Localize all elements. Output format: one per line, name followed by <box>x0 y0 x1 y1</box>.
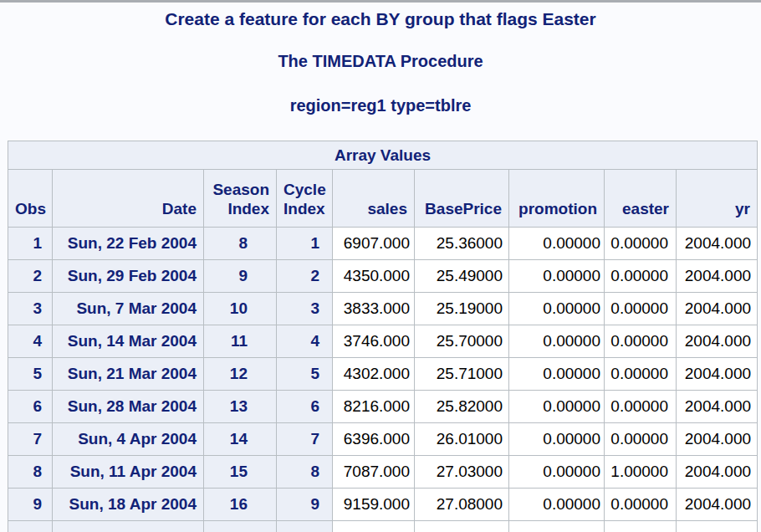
cell-date: Sun, 22 Feb 2004 <box>53 228 204 260</box>
cell-obs: 2 <box>8 260 53 293</box>
cell-cycle-index: 8 <box>277 456 333 489</box>
cell-empty <box>53 521 204 532</box>
cell-empty <box>333 521 415 532</box>
cell-obs: 1 <box>8 228 53 260</box>
cell-empty <box>509 521 605 532</box>
cell-yr: 2004.000 <box>677 293 758 325</box>
table-caption: Array Values <box>8 141 758 170</box>
table-row: 2Sun, 29 Feb 2004924350.00025.490000.000… <box>8 260 758 293</box>
cell-sales: 3833.000 <box>333 293 415 325</box>
cell-easter: 0.00000 <box>605 391 677 423</box>
procedure-title: The TIMEDATA Procedure <box>0 52 761 71</box>
cell-yr: 2004.000 <box>677 489 758 521</box>
cell-cycle-index: 3 <box>277 293 333 325</box>
table-row: 1Sun, 22 Feb 2004816907.00025.360000.000… <box>8 228 758 260</box>
table-row: 7Sun, 4 Apr 20041476396.00026.010000.000… <box>8 423 758 456</box>
cell-season-index: 8 <box>204 228 277 260</box>
column-header-cycle-index: Cycle Index <box>277 170 333 228</box>
cell-date: Sun, 18 Apr 2004 <box>53 489 204 521</box>
array-values-table: Array Values ObsDateSeason IndexCycle In… <box>8 141 758 532</box>
table-row: 8Sun, 11 Apr 20041587087.00027.030000.00… <box>8 456 758 489</box>
cell-baseprice: 26.01000 <box>415 423 509 456</box>
cell-date: Sun, 28 Mar 2004 <box>53 391 204 423</box>
cell-obs: 9 <box>8 489 53 521</box>
cell-yr: 2004.000 <box>677 423 758 456</box>
cell-promotion: 0.00000 <box>509 260 605 293</box>
cell-season-index: 12 <box>204 358 277 391</box>
cell-sales: 4302.000 <box>333 358 415 391</box>
column-header-easter: easter <box>605 170 677 228</box>
cell-baseprice: 25.71000 <box>415 358 509 391</box>
cell-cycle-index: 2 <box>277 260 333 293</box>
cell-empty <box>8 521 53 532</box>
table-row: 6Sun, 28 Mar 20041368216.00025.820000.00… <box>8 391 758 423</box>
cell-baseprice: 27.08000 <box>415 489 509 521</box>
by-group-line: region=reg1 type=tblre <box>0 96 761 115</box>
cell-yr: 2004.000 <box>677 358 758 391</box>
cell-cycle-index: 5 <box>277 358 333 391</box>
cell-easter: 0.00000 <box>605 489 677 521</box>
cell-yr: 2004.000 <box>677 391 758 423</box>
cell-date: Sun, 11 Apr 2004 <box>53 456 204 489</box>
cell-date: Sun, 4 Apr 2004 <box>53 423 204 456</box>
cell-yr: 2004.000 <box>677 325 758 358</box>
cell-promotion: 0.00000 <box>509 293 605 325</box>
table-row: 5Sun, 21 Mar 20041254302.00025.710000.00… <box>8 358 758 391</box>
table-row: 3Sun, 7 Mar 20041033833.00025.190000.000… <box>8 293 758 325</box>
cell-cycle-index: 9 <box>277 489 333 521</box>
cell-baseprice: 25.19000 <box>415 293 509 325</box>
cell-empty <box>677 521 758 532</box>
page-title: Create a feature for each BY group that … <box>0 9 761 29</box>
top-border-strip <box>0 0 761 3</box>
column-header-baseprice: BasePrice <box>415 170 509 228</box>
cell-easter: 0.00000 <box>605 325 677 358</box>
cell-cycle-index: 1 <box>277 228 333 260</box>
cell-empty <box>204 521 277 532</box>
cell-yr: 2004.000 <box>677 260 758 293</box>
cell-baseprice: 25.49000 <box>415 260 509 293</box>
cell-date: Sun, 29 Feb 2004 <box>53 260 204 293</box>
column-header-promotion: promotion <box>509 170 605 228</box>
cell-sales: 6907.000 <box>333 228 415 260</box>
cell-yr: 2004.000 <box>677 456 758 489</box>
column-header-date: Date <box>53 170 204 228</box>
cell-obs: 3 <box>8 293 53 325</box>
column-header-yr: yr <box>677 170 758 228</box>
column-header-sales: sales <box>333 170 415 228</box>
cell-season-index: 16 <box>204 489 277 521</box>
cell-yr: 2004.000 <box>677 228 758 260</box>
cell-empty <box>277 521 333 532</box>
cell-season-index: 10 <box>204 293 277 325</box>
cell-sales: 8216.000 <box>333 391 415 423</box>
cell-date: Sun, 21 Mar 2004 <box>53 358 204 391</box>
cell-obs: 8 <box>8 456 53 489</box>
cell-promotion: 0.00000 <box>509 358 605 391</box>
table-row: 4Sun, 14 Mar 20041143746.00025.700000.00… <box>8 325 758 358</box>
column-header-season-index: Season Index <box>204 170 277 228</box>
cell-cycle-index: 4 <box>277 325 333 358</box>
cell-cycle-index: 6 <box>277 391 333 423</box>
cell-sales: 6396.000 <box>333 423 415 456</box>
cell-easter: 0.00000 <box>605 358 677 391</box>
cell-season-index: 11 <box>204 325 277 358</box>
column-header-row: ObsDateSeason IndexCycle IndexsalesBaseP… <box>8 170 758 228</box>
cell-promotion: 0.00000 <box>509 391 605 423</box>
column-header-obs: Obs <box>8 170 53 228</box>
cell-obs: 6 <box>8 391 53 423</box>
cell-baseprice: 25.36000 <box>415 228 509 260</box>
cell-easter: 1.00000 <box>605 456 677 489</box>
cell-baseprice: 25.82000 <box>415 391 509 423</box>
cell-promotion: 0.00000 <box>509 423 605 456</box>
cell-easter: 0.00000 <box>605 260 677 293</box>
cell-promotion: 0.00000 <box>509 456 605 489</box>
table-row: 9Sun, 18 Apr 20041699159.00027.080000.00… <box>8 489 758 521</box>
cell-baseprice: 27.03000 <box>415 456 509 489</box>
cell-sales: 9159.000 <box>333 489 415 521</box>
cell-easter: 0.00000 <box>605 423 677 456</box>
table-row-partial <box>8 521 758 532</box>
cell-season-index: 15 <box>204 456 277 489</box>
table-body: 1Sun, 22 Feb 2004816907.00025.360000.000… <box>8 228 758 532</box>
cell-obs: 4 <box>8 325 53 358</box>
cell-season-index: 13 <box>204 391 277 423</box>
cell-cycle-index: 7 <box>277 423 333 456</box>
